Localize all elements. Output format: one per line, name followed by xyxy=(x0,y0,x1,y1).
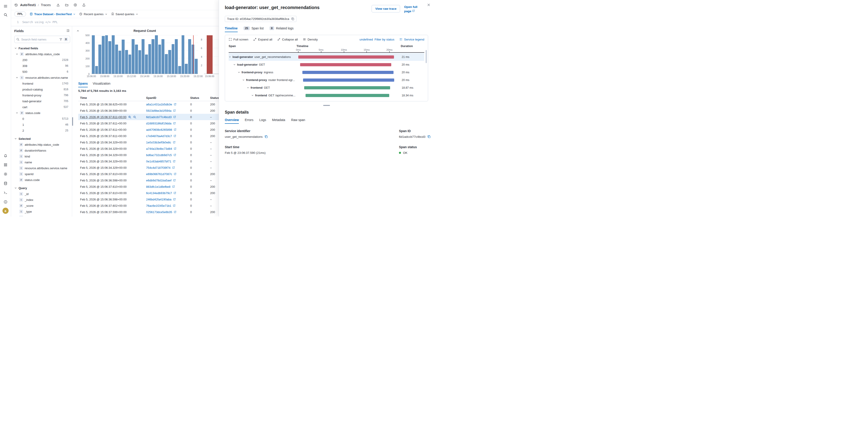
spanid-link[interactable]: 0256173dce5e6b35 xyxy=(146,210,172,214)
time-cell[interactable]: Feb 5, 2026 @ 15:06:38.625+00:00 xyxy=(78,103,146,106)
flyout-tab-timeline[interactable]: Timeline xyxy=(225,27,238,32)
external-link-icon[interactable] xyxy=(174,173,177,175)
histogram-bar[interactable] xyxy=(185,64,188,74)
collapse-chart-icon[interactable] xyxy=(76,29,80,33)
external-link-icon[interactable] xyxy=(174,128,177,131)
spanid-link[interactable]: 883dfc1e1d8efbe8 xyxy=(146,185,170,188)
field-item[interactable]: @timestamp xyxy=(14,214,70,216)
gantt-row[interactable]: load-generatoruser_get_recommendations21… xyxy=(229,53,424,61)
gantt-row[interactable]: frontend-proxyingress20 ms xyxy=(229,68,424,76)
span-details-tab-overview[interactable]: Overview xyxy=(225,118,239,124)
spanid-link[interactable]: e6db9d78d1ba5aef xyxy=(146,179,172,182)
histogram-bar[interactable] xyxy=(112,35,115,74)
gantt-bar[interactable] xyxy=(298,55,394,59)
span-details-tab-errors[interactable]: Errors xyxy=(245,118,253,124)
save-icon[interactable] xyxy=(55,2,61,8)
facet-bucket[interactable]: product-catalog816 xyxy=(14,86,70,92)
spanid-link[interactable]: 754c4d7187f39f74 xyxy=(146,166,170,169)
time-cell[interactable]: Feb 5, 2026 @ 15:06:36.598+00:00 xyxy=(78,179,146,182)
spanid-link[interactable]: 1e0c03b3ef0b0e8c xyxy=(146,141,171,144)
avatar[interactable]: a xyxy=(2,208,9,214)
expand-button[interactable]: Expand all xyxy=(253,38,272,41)
facet-bucket[interactable]: frontend-proxy796 xyxy=(14,92,70,98)
field-item[interactable]: #status.code xyxy=(14,177,70,183)
field-item[interactable]: #_score xyxy=(14,203,70,209)
time-cell[interactable]: Feb 5, 2026 @ 15:06:37.610+00:00 xyxy=(78,185,146,188)
zoom-out-icon[interactable] xyxy=(133,115,136,119)
chevron-down-icon[interactable] xyxy=(238,71,240,73)
histogram-bar[interactable] xyxy=(119,51,121,74)
histogram-bar[interactable] xyxy=(98,44,101,74)
spanid-link[interactable]: a6a1c431a1b5db3e xyxy=(146,103,172,106)
spanid-link[interactable]: 246bd42fa4190aba xyxy=(146,198,172,201)
field-item[interactable]: t_index xyxy=(14,197,70,203)
histogram-bar[interactable] xyxy=(152,39,154,74)
external-link-icon[interactable] xyxy=(174,192,176,194)
apps-grid-icon[interactable] xyxy=(2,161,9,168)
external-link-icon[interactable] xyxy=(174,134,176,137)
column-header[interactable]: SpanID xyxy=(146,96,190,99)
facet-bucket[interactable]: 146 xyxy=(14,122,70,128)
tab-visualization[interactable]: Visualization xyxy=(93,82,111,87)
external-link-icon[interactable] xyxy=(173,179,176,182)
time-cell[interactable]: Feb 5, 2026 @ 15:06:36.598+00:00 xyxy=(78,198,146,201)
faceted-fields-section-header[interactable]: Faceted fields xyxy=(14,45,70,51)
bell-icon[interactable] xyxy=(2,152,9,159)
history-icon[interactable] xyxy=(14,3,18,7)
view-raw-trace-button[interactable]: View raw trace xyxy=(372,5,400,12)
external-link-icon[interactable] xyxy=(173,109,176,112)
histogram-bar[interactable] xyxy=(132,39,134,74)
info-icon[interactable] xyxy=(2,198,9,205)
flyout-tab-span-list[interactable]: 25Span list xyxy=(244,27,264,32)
histogram-bar[interactable] xyxy=(195,59,198,74)
field-item[interactable]: tresource.attributes.service.name xyxy=(14,165,70,171)
time-cell[interactable]: Feb 5, 2026 @ 15:06:37.602+00:00 xyxy=(78,204,146,208)
field-item[interactable]: #attributes.http.status_code xyxy=(14,142,70,148)
histogram-bar[interactable] xyxy=(158,44,161,74)
facet-bucket[interactable]: frontend1743 xyxy=(14,81,70,86)
histogram-bar[interactable] xyxy=(178,66,181,74)
copy-icon[interactable] xyxy=(428,135,431,138)
chevron-down-icon[interactable] xyxy=(247,86,249,89)
spanid-link[interactable]: 0e1c63ab4857bf71 xyxy=(146,160,171,163)
time-cell[interactable]: Feb 5, 2026 @ 15:06:37.611+00:00 xyxy=(78,115,146,119)
external-link-icon[interactable] xyxy=(174,103,177,106)
spanid-link[interactable]: bd6ac732cdb9d7c5 xyxy=(146,153,172,157)
histogram-bar[interactable] xyxy=(128,55,131,74)
external-link-icon[interactable] xyxy=(173,198,176,201)
external-link-icon[interactable] xyxy=(173,141,176,144)
histogram-bar[interactable] xyxy=(161,39,164,74)
facet-bucket[interactable]: 30896 xyxy=(14,63,70,69)
time-cell[interactable]: Feb 5, 2026 @ 15:06:37.610+00:00 xyxy=(78,173,146,176)
faceted-field-group[interactable]: #attributes.http.status_code xyxy=(14,51,70,57)
histogram-bar[interactable] xyxy=(135,44,138,74)
span-details-tab-metadata[interactable]: Metadata xyxy=(272,118,285,124)
folder-icon[interactable] xyxy=(64,2,69,8)
chevron-down-icon[interactable] xyxy=(233,63,236,66)
add-icon[interactable] xyxy=(72,2,78,8)
dataset-selector[interactable]: Trace Dataset - DockerTest xyxy=(30,12,75,16)
legend-button[interactable]: Service legend xyxy=(399,38,424,41)
collapse-fields-panel-icon[interactable] xyxy=(66,29,70,33)
density-button[interactable]: Density xyxy=(303,38,318,41)
spanid-link[interactable]: a744a10b4bc73d84 xyxy=(146,147,172,150)
copy-icon[interactable] xyxy=(265,135,268,138)
faceted-field-group[interactable]: #status.code xyxy=(14,110,70,116)
external-link-icon[interactable] xyxy=(173,116,176,118)
histogram-bar[interactable] xyxy=(105,35,108,74)
gantt-row[interactable]: load-generatorGET20 ms xyxy=(229,61,424,68)
chevron-down-icon[interactable] xyxy=(229,56,231,58)
facet-bucket[interactable]: load-generator705 xyxy=(14,98,70,104)
histogram-bar[interactable] xyxy=(168,50,171,74)
column-header[interactable]: Time xyxy=(78,96,146,99)
span-details-tab-logs[interactable]: Logs xyxy=(259,118,266,124)
time-cell[interactable]: Feb 5, 2026 @ 15:06:34.329+00:00 xyxy=(78,153,146,157)
time-cell[interactable]: Feb 5, 2026 @ 15:06:37.610+00:00 xyxy=(78,191,146,195)
recent-queries-button[interactable]: Recent queries xyxy=(79,12,107,16)
spanid-link[interactable]: e69b066761d7087c xyxy=(146,173,172,176)
field-item[interactable]: t_id xyxy=(14,191,70,197)
external-link-icon[interactable] xyxy=(172,166,175,169)
panel-resize-grip[interactable] xyxy=(323,105,330,106)
open-full-page-link[interactable]: Open full page xyxy=(404,5,422,13)
tab-spans[interactable]: Spans xyxy=(78,82,88,87)
